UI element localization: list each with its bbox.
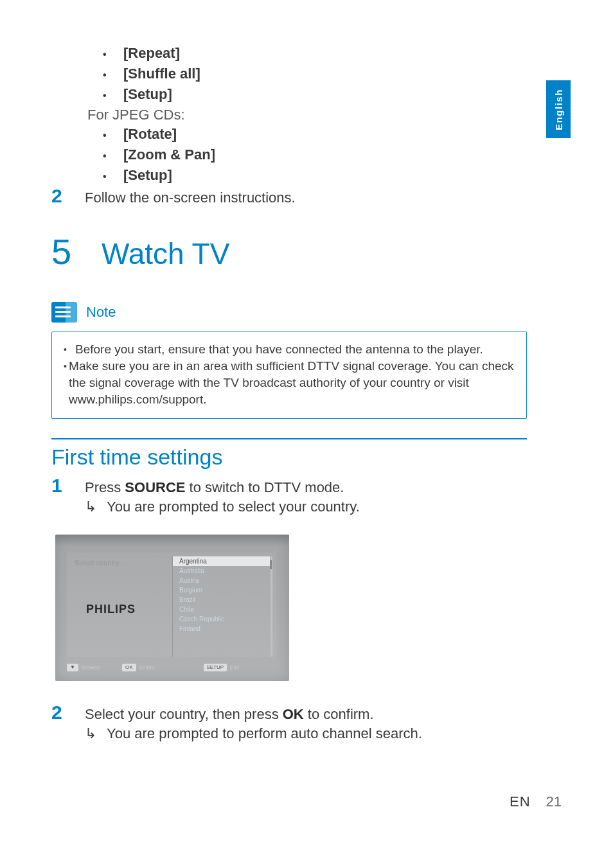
- step-text: Follow the on-screen instructions.: [85, 188, 527, 208]
- footer-page-number: 21: [546, 793, 562, 810]
- ss-country-item: Chile: [179, 605, 271, 614]
- ss-country-list: Argentina Australia Austria Belgium Braz…: [172, 556, 272, 657]
- page-content: •[Repeat] •[Shuffle all] •[Setup] For JP…: [51, 44, 527, 743]
- note-item: Before you start, ensure that you have c…: [75, 341, 483, 358]
- list-item: •[Repeat]: [103, 44, 527, 64]
- chapter-title: Watch TV: [102, 236, 229, 271]
- ss-country-item: Belgium: [179, 585, 271, 595]
- note-item: Make sure you are in an area with suffic…: [69, 358, 515, 408]
- note-label: Note: [86, 304, 116, 321]
- result-arrow-icon: ↳: [85, 497, 107, 517]
- ss-browse-label: Browse: [81, 664, 100, 671]
- ss-country-item: Czech Republic: [179, 614, 271, 624]
- language-tab: English: [546, 80, 571, 138]
- result-arrow-icon: ↳: [85, 724, 107, 743]
- section-rule: [51, 438, 527, 439]
- bullet-list-a: •[Repeat] •[Shuffle all] •[Setup]: [103, 44, 527, 105]
- result-row: ↳ You are prompted to select your countr…: [85, 497, 527, 517]
- step-number: 2: [51, 186, 85, 206]
- note-box: •Before you start, ensure that you have …: [51, 332, 527, 419]
- ss-browse-key-icon: ▼: [67, 664, 78, 671]
- chapter-heading: 5 Watch TV: [51, 231, 527, 272]
- step-number: 2: [51, 703, 85, 722]
- ss-select-key-icon: OK: [122, 664, 136, 671]
- list-item: •[Rotate]: [103, 125, 527, 145]
- ss-country-item: Brazil: [179, 595, 271, 605]
- step-2: 2 Select your country, then press OK to …: [51, 703, 527, 724]
- chapter-number: 5: [51, 231, 102, 272]
- ss-exit-key-icon: SETUP: [204, 664, 227, 671]
- bullet-list-b: •[Rotate] •[Zoom & Pan] •[Setup]: [103, 125, 527, 186]
- list-item: •[Zoom & Pan]: [103, 145, 527, 166]
- footer-lang: EN: [510, 793, 531, 810]
- ss-brand-logo: PHILIPS: [86, 603, 136, 616]
- ss-footer: ▼Browse OKSelect SETUPExit: [67, 660, 276, 675]
- ss-select-label: Select: [139, 664, 155, 671]
- list-item: •[Setup]: [103, 85, 527, 105]
- page-footer: EN 21: [510, 793, 562, 810]
- ss-exit-label: Exit: [229, 664, 239, 671]
- ss-prompt-label: Select country...: [67, 553, 172, 567]
- step-1: 1 Press SOURCE to switch to DTTV mode.: [51, 476, 527, 497]
- ss-country-item: Finland: [179, 624, 271, 633]
- result-row: ↳ You are prompted to perform auto chann…: [85, 724, 527, 743]
- list-item: •[Setup]: [103, 166, 527, 186]
- subnote: For JPEG CDs:: [87, 105, 527, 125]
- ss-country-item: Australia: [179, 566, 271, 576]
- ss-country-item: Austria: [179, 576, 271, 585]
- ss-country-item-selected: Argentina: [173, 556, 270, 566]
- step-number: 1: [51, 476, 85, 495]
- result-text: You are prompted to perform auto channel…: [107, 724, 422, 743]
- step-text: Press SOURCE to switch to DTTV mode.: [85, 478, 527, 497]
- step-text: Select your country, then press OK to co…: [85, 705, 527, 724]
- note-block: Note •Before you start, ensure that you …: [51, 302, 527, 419]
- result-text: You are prompted to select your country.: [107, 497, 360, 517]
- note-icon: [51, 302, 77, 323]
- country-select-screenshot: Select country... PHILIPS Argentina Aust…: [55, 535, 289, 681]
- ss-scrollbar: [270, 560, 272, 569]
- step-2-top: 2 Follow the on-screen instructions.: [51, 186, 527, 208]
- list-item: •[Shuffle all]: [103, 64, 527, 85]
- section-title: First time settings: [51, 445, 527, 470]
